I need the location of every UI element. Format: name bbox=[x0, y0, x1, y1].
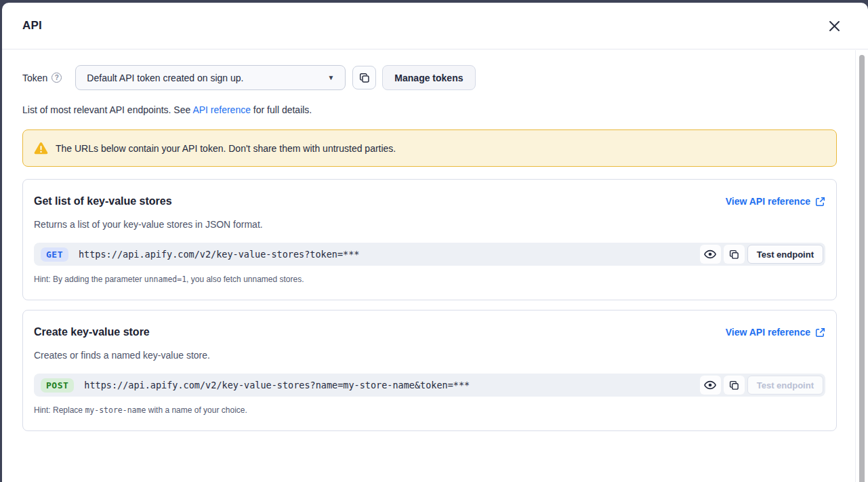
copy-url-button[interactable] bbox=[724, 245, 745, 264]
page-title: API bbox=[22, 19, 42, 33]
scrollbar-track bbox=[855, 50, 868, 482]
view-api-reference-label: View API reference bbox=[726, 327, 810, 338]
endpoint-title: Get list of key-value stores bbox=[34, 195, 172, 207]
view-api-reference-link[interactable]: View API reference bbox=[726, 327, 825, 338]
hint-text-before: Hint: Replace bbox=[34, 405, 85, 415]
token-label-text: Token bbox=[22, 73, 47, 83]
intro-text-after: for full details. bbox=[251, 104, 312, 115]
external-link-icon bbox=[815, 327, 825, 338]
intro-text: List of most relevant API endpoints. See… bbox=[22, 104, 837, 115]
scrollbar-thumb[interactable] bbox=[859, 55, 865, 482]
view-api-reference-link[interactable]: View API reference bbox=[726, 196, 825, 207]
endpoint-description: Creates or finds a named key-value store… bbox=[34, 350, 825, 361]
warning-banner: The URLs below contain your API token. D… bbox=[22, 129, 837, 167]
card-head: Get list of key-value stores View API re… bbox=[34, 195, 825, 207]
hint-code: unnamed=1 bbox=[144, 275, 186, 284]
help-icon[interactable]: ? bbox=[51, 73, 62, 83]
token-dropdown-value: Default API token created on sign up. bbox=[87, 73, 243, 83]
api-reference-link[interactable]: API reference bbox=[192, 104, 251, 115]
endpoint-hint: Hint: By adding the parameter unnamed=1,… bbox=[34, 275, 825, 284]
endpoint-actions: Test endpoint bbox=[700, 376, 823, 395]
eye-icon bbox=[704, 249, 716, 259]
token-row: Token ? Default API token created on sig… bbox=[22, 65, 837, 90]
warning-icon bbox=[34, 142, 48, 155]
test-endpoint-button[interactable]: Test endpoint bbox=[747, 376, 823, 395]
reveal-token-button[interactable] bbox=[700, 376, 721, 395]
chevron-down-icon: ▼ bbox=[327, 74, 334, 81]
endpoint-hint: Hint: Replace my-store-name with a name … bbox=[34, 405, 825, 415]
token-label: Token ? bbox=[22, 73, 62, 83]
warning-text: The URLs below contain your API token. D… bbox=[56, 143, 396, 154]
method-badge: POST bbox=[41, 378, 74, 393]
modal-body: Token ? Default API token created on sig… bbox=[2, 50, 855, 482]
endpoint-url: https://api.apify.com/v2/key-value-store… bbox=[84, 380, 699, 390]
endpoint-actions: Test endpoint bbox=[700, 245, 823, 264]
reveal-token-button[interactable] bbox=[700, 245, 721, 264]
close-button[interactable] bbox=[825, 16, 844, 35]
intro-text-before: List of most relevant API endpoints. See bbox=[22, 104, 192, 115]
eye-icon bbox=[704, 380, 716, 390]
card-head: Create key-value store View API referenc… bbox=[34, 326, 825, 338]
copy-icon bbox=[729, 380, 739, 390]
hint-code: my-store-name bbox=[85, 405, 146, 415]
endpoint-url: https://api.apify.com/v2/key-value-store… bbox=[79, 249, 700, 260]
external-link-icon bbox=[815, 197, 825, 207]
view-api-reference-label: View API reference bbox=[726, 196, 810, 207]
close-icon bbox=[829, 20, 840, 32]
copy-icon bbox=[729, 249, 739, 260]
hint-text-after: , you also fetch unnamed stores. bbox=[186, 275, 304, 284]
api-modal: API Token ? Default API token created on… bbox=[2, 3, 868, 482]
hint-text-after: with a name of your choice. bbox=[146, 405, 247, 415]
endpoint-description: Returns a list of your key-value stores … bbox=[34, 219, 825, 230]
manage-tokens-button[interactable]: Manage tokens bbox=[382, 65, 475, 90]
copy-token-button[interactable] bbox=[352, 66, 376, 89]
endpoint-card-create-store: Create key-value store View API referenc… bbox=[22, 310, 837, 431]
endpoint-title: Create key-value store bbox=[34, 326, 150, 338]
endpoint-url-row: GET https://api.apify.com/v2/key-value-s… bbox=[34, 243, 825, 266]
hint-text-before: Hint: By adding the parameter bbox=[34, 275, 144, 284]
endpoint-url-row: POST https://api.apify.com/v2/key-value-… bbox=[34, 374, 825, 397]
modal-header: API bbox=[2, 3, 868, 49]
copy-url-button[interactable] bbox=[724, 376, 745, 395]
test-endpoint-button[interactable]: Test endpoint bbox=[747, 245, 823, 264]
copy-icon bbox=[359, 73, 370, 83]
method-badge: GET bbox=[41, 247, 68, 262]
token-dropdown[interactable]: Default API token created on sign up. ▼ bbox=[75, 65, 346, 90]
endpoint-card-get-list: Get list of key-value stores View API re… bbox=[22, 179, 837, 300]
